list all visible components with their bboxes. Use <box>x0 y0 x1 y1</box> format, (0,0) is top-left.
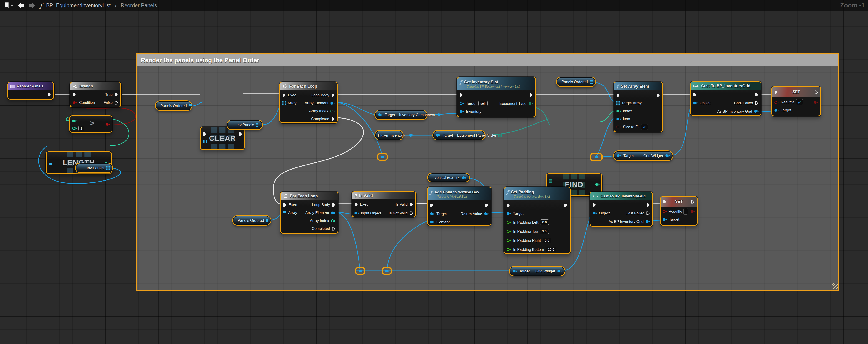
reroute-pin[interactable] <box>595 156 598 158</box>
getter-player-inventory[interactable]: Player Inventory <box>374 130 404 140</box>
array-in-pin[interactable] <box>283 211 286 215</box>
target-pin[interactable] <box>662 218 667 221</box>
exec-false-pin[interactable] <box>115 101 118 105</box>
blueprint-graph-canvas[interactable]: Reoder the panels using the Panel Order <box>0 0 868 344</box>
array-out-pin[interactable] <box>106 166 110 170</box>
exec-in-pin[interactable] <box>460 93 463 97</box>
getter-panels-ordered[interactable]: Panels Ordered <box>556 76 596 87</box>
target-pin[interactable] <box>774 108 779 112</box>
exec-in-pin[interactable] <box>506 203 510 207</box>
content-pin[interactable] <box>430 220 435 224</box>
target-self-value[interactable]: self <box>478 101 488 106</box>
in-padding-left-pin[interactable] <box>506 220 511 224</box>
reroute-pin[interactable] <box>385 270 389 273</box>
greater-input-a-pin[interactable] <box>72 119 77 123</box>
player-inventory-out-pin[interactable] <box>409 133 414 137</box>
node-add-child-to-vertical-box[interactable]: ƒ Add Child to Vertical Box Target is Ve… <box>427 187 492 226</box>
exec-out-pin[interactable] <box>755 93 759 97</box>
reroute-node[interactable] <box>382 267 392 275</box>
in-padding-top-pin[interactable] <box>506 229 511 233</box>
object-pin[interactable] <box>592 211 597 215</box>
is-not-valid-pin[interactable] <box>409 211 413 215</box>
reroute-pin[interactable] <box>381 156 384 158</box>
comment-resize-grip[interactable] <box>832 283 838 289</box>
exec-out-pin[interactable] <box>485 203 489 207</box>
is-valid-pin[interactable] <box>409 202 413 207</box>
getter-grid-widget[interactable]: Target Grid Widget <box>509 266 565 276</box>
breadcrumb-function[interactable]: Reorder Panels <box>121 2 157 9</box>
length-array-pin[interactable] <box>49 161 52 165</box>
getter-vertical-box[interactable]: Vertical Box 114 <box>427 173 470 183</box>
find-array-pin[interactable] <box>549 179 552 183</box>
resuffle-checkbox[interactable] <box>683 208 688 215</box>
in-padding-bottom-pin[interactable] <box>506 248 511 251</box>
node-get-inventory-slot[interactable]: ƒ Get Inventory Slot Target is BP Equipm… <box>457 77 536 117</box>
node-reorder-panels-event[interactable]: Reorder Panels <box>7 82 54 99</box>
exec-out-pin[interactable] <box>646 203 650 207</box>
target-pin[interactable] <box>430 212 435 216</box>
exec-out-pin[interactable] <box>529 93 533 97</box>
node-set-resuffle[interactable]: SET Resuffle ✓ Target <box>771 86 821 116</box>
comment-title[interactable]: Reoder the panels using the Panel Order <box>136 54 838 66</box>
find-index-out-pin[interactable] <box>595 183 600 186</box>
exec-out-pin[interactable] <box>656 93 660 97</box>
reroute-node[interactable] <box>590 153 602 161</box>
return-value-pin[interactable] <box>484 212 489 216</box>
node-set-resuffle[interactable]: SET Resuffle Target <box>660 196 698 226</box>
exec-in-pin[interactable] <box>283 203 287 207</box>
grid-widget-out-pin[interactable] <box>557 269 562 273</box>
reroute-pin[interactable] <box>359 270 362 273</box>
node-greater-than[interactable]: > 1 <box>69 116 113 133</box>
array-in-pin[interactable] <box>282 101 286 105</box>
index-pin[interactable] <box>616 109 621 113</box>
completed-pin[interactable] <box>332 227 336 231</box>
resuffle-pin[interactable] <box>774 100 779 104</box>
exec-in-pin[interactable] <box>693 93 697 97</box>
resuffle-pin[interactable] <box>662 210 667 213</box>
array-index-pin[interactable] <box>330 109 335 113</box>
greater-result-pin[interactable] <box>105 122 110 126</box>
inventory-component-out-pin[interactable] <box>437 113 442 117</box>
loop-body-pin[interactable] <box>331 93 335 97</box>
node-cast-to-bp-inventorygrid[interactable]: Cast To BP_InventoryGrid Object Cast Fai… <box>590 191 653 226</box>
padding-bottom-value[interactable]: 25.0 <box>546 247 556 252</box>
breadcrumb-blueprint[interactable]: BP_EquipmentInventoryList <box>46 2 111 9</box>
array-out-pin[interactable] <box>189 104 192 107</box>
target-array-pin[interactable] <box>616 101 620 105</box>
size-to-fit-checkbox[interactable]: ✓ <box>641 124 648 130</box>
as-bp-inventory-grid-pin[interactable] <box>754 110 759 113</box>
cast-failed-pin[interactable] <box>755 101 759 105</box>
node-set-padding[interactable]: ƒ Set Padding Target is Vertical Box Slo… <box>504 187 570 254</box>
node-set-array-elem[interactable]: ƒ Set Array Elem Target Array Index Item… <box>614 82 663 132</box>
getter-panels-ordered[interactable]: Panels Ordered <box>232 215 271 226</box>
array-element-pin[interactable] <box>330 101 335 105</box>
target-in-pin[interactable] <box>513 269 517 273</box>
array-index-pin[interactable] <box>331 219 336 223</box>
getter-panels-ordered[interactable]: Panels Ordered <box>155 100 192 111</box>
equipment-type-pin[interactable] <box>528 101 533 105</box>
array-element-pin[interactable] <box>331 211 336 215</box>
getter-inv-panels[interactable]: Inv Panels <box>75 163 113 173</box>
clear-array-pin[interactable] <box>203 140 207 144</box>
forward-button[interactable] <box>28 2 36 8</box>
condition-pin[interactable] <box>72 101 77 104</box>
in-padding-right-pin[interactable] <box>506 239 511 242</box>
exec-in-pin[interactable] <box>616 93 620 97</box>
item-pin[interactable] <box>616 117 621 121</box>
getter-equipment-panel-order[interactable]: Target Equipment Panel Order <box>432 130 485 140</box>
size-to-fit-pin[interactable] <box>616 125 621 129</box>
target-in-pin[interactable] <box>378 113 383 117</box>
node-is-valid[interactable]: ? Is Valid Exec Is Valid Input Object Is… <box>351 191 416 217</box>
as-bp-inventory-grid-pin[interactable] <box>645 220 650 223</box>
inventory-pin[interactable] <box>460 110 464 114</box>
node-branch[interactable]: Branch True Condition False <box>70 82 121 107</box>
getter-inventory-component[interactable]: Target Inventory Component <box>374 110 427 120</box>
exec-in-pin[interactable] <box>354 202 358 207</box>
reroute-node[interactable] <box>377 153 388 161</box>
padding-right-value[interactable]: 0.0 <box>542 238 552 243</box>
exec-true-pin[interactable] <box>115 93 118 97</box>
enum-array-out-pin[interactable] <box>498 134 502 137</box>
reroute-node[interactable] <box>355 267 365 275</box>
padding-left-value[interactable]: 0.0 <box>540 219 549 225</box>
exec-out-pin[interactable] <box>239 132 243 136</box>
